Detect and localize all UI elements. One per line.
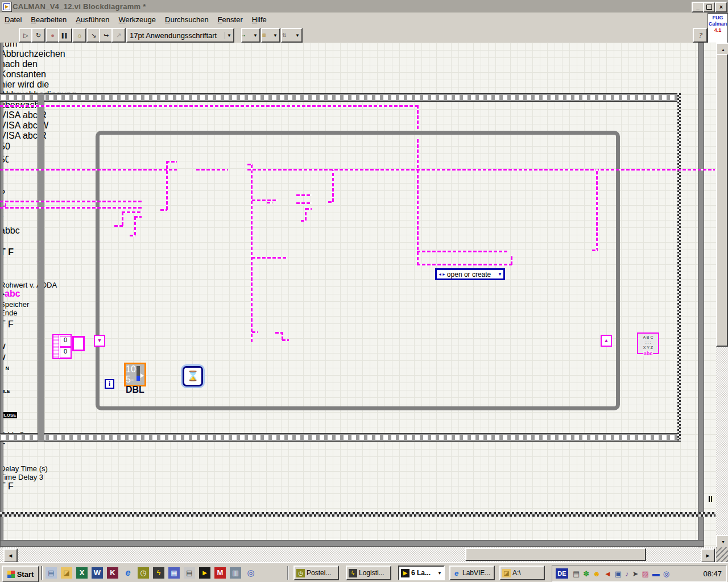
reorder-dropdown[interactable]: ⇅▼ [281,28,303,43]
close-button[interactable]: × [715,2,727,13]
tray-window-icon[interactable]: ▬ [652,569,660,578]
quicklaunch-media-player-icon[interactable]: ◎ [245,567,257,579]
scroll-down-button[interactable]: ▼ [716,535,728,548]
quicklaunch-excel-icon[interactable]: X [76,567,88,579]
scroll-left-button[interactable]: ◀ [3,548,18,563]
quicklaunch-word-icon[interactable]: W [92,567,103,579]
menu-fenster[interactable]: Fenster [213,14,247,26]
tray-icq-icon[interactable]: ✽ [583,569,589,578]
vertical-scrollbar[interactable]: ▲ ▼ [716,43,728,547]
quicklaunch-vi-icon[interactable]: ϟ [153,567,164,579]
start-button[interactable]: Start [2,566,39,582]
quicklaunch-media-play-icon[interactable]: ▶ [199,567,210,579]
menu-bearbeiten[interactable]: Bearbeiten [26,14,71,26]
wire-error [592,250,598,251]
task-button-logistik[interactable]: ϟ Logisti... [346,566,391,580]
wire-string [252,199,278,201]
restore-button[interactable] [703,2,715,13]
help-button[interactable]: ? [693,28,708,43]
step-out-button[interactable]: ↗ [111,28,126,43]
menu-hilfe[interactable]: Hilfe [247,14,271,26]
tray-printer-icon[interactable]: ▤ [573,569,580,578]
time-delay-express-vi[interactable]: ⌛ [183,366,203,386]
wire-string [296,202,312,204]
while-loop-border[interactable] [96,131,620,410]
horizontal-scrollbar[interactable]: ◀ ▶ [0,547,716,562]
title-bar[interactable]: CALMAN_V4_12.vi Blockdiagramm * _ × [0,0,728,13]
array-element-frame[interactable] [72,336,85,351]
menu-werkzeuge[interactable]: Werkzeuge [114,14,161,26]
windows-logo-icon [7,571,15,578]
wire-visa-resource [247,155,715,156]
wire-string [305,208,307,221]
quicklaunch-access-icon[interactable]: K [107,567,118,579]
window-resize-grip[interactable] [716,547,728,562]
enum-increment-icon: ◄► [438,272,446,276]
visa-write-node[interactable]: VISA abc W [0,120,716,131]
task-button-posteingang[interactable]: ◷ Postei... [293,566,339,580]
tray-volume-icon[interactable]: ◄ [604,569,611,578]
tray-pointer-icon[interactable]: ➤ [632,569,639,578]
wire-string [166,161,177,163]
outer-loop-left-edge [0,43,3,547]
tray-audio-icon[interactable]: ♪ [625,569,629,578]
task-button-floppy-a[interactable]: ◪ A:\ [499,566,545,580]
tray-picture-icon[interactable]: ▨ [642,569,648,578]
sequence-frame-right [677,93,681,440]
menu-datei[interactable]: Datei [0,14,26,26]
quicklaunch-list-window-icon[interactable]: ▤ [184,567,195,579]
tray-dialer-icon[interactable]: ◎ [663,569,669,578]
tray-network-icon[interactable]: ▣ [615,569,622,578]
wire-visa-resource [34,155,177,156]
string-array-constant[interactable]: 0 0 [52,334,72,359]
block-diagram-canvas[interactable]: ! dieser CLIST frägt biszum Abbruchzeich… [0,43,716,547]
vertical-scroll-thumb[interactable] [716,54,728,347]
horizontal-scroll-thumb[interactable] [465,548,646,561]
quicklaunch-calculator-icon[interactable]: ▦ [168,567,180,579]
distribute-objects-dropdown[interactable]: ▥▼ [261,28,280,43]
wire-error [196,169,228,171]
wire-visa-resource [0,155,15,156]
quicklaunch-show-desktop-icon[interactable]: ▤ [46,567,57,579]
vi-icon-badge[interactable]: FUG Calman 4.1 [708,13,728,44]
task-button-labview-group[interactable]: ▶ 6 La... ▼ [398,566,445,580]
tray-clock[interactable]: 08:47 [703,569,722,578]
delay-time-slider-terminal[interactable]: 10- 5- DBL [124,363,146,386]
menu-durchsuchen[interactable]: Durchsuchen [160,14,213,26]
shift-register-left[interactable]: ▼ [94,335,105,347]
minimize-button[interactable]: _ [692,2,704,13]
visa-read-node-left[interactable]: VISA abc R [0,110,716,120]
speicher-ende-label[interactable]: SpeicherEnde [0,300,30,319]
quicklaunch-winmx-icon[interactable]: M [214,567,226,579]
wire-string [251,164,253,342]
quicklaunch-folder-icon[interactable]: ◪ [61,567,72,579]
table2-indicator-terminal[interactable]: A B C: : :X Y Z abc [637,332,659,354]
highlight-execution-button[interactable]: ☼ [72,28,86,43]
quicklaunch-internet-explorer-icon[interactable]: e [122,567,134,579]
menu-ausfuehren[interactable]: Ausführen [71,14,114,26]
tray-messenger-icon[interactable]: ☻ [593,569,601,578]
wire-string [417,105,419,129]
enum-constant-open-or-create[interactable]: ◄► open or create ▼ [435,268,505,280]
quicklaunch-chart-icon[interactable]: ▥ [230,567,241,579]
wire-string [417,251,508,252]
pause-button[interactable]: ▌▌ [58,28,72,43]
comment-note-clist[interactable]: dieser CLIST frägt biszum Abbruchzeichen… [0,43,78,80]
font-selector[interactable]: 17pt Anwendungsschriftart ▼ [126,28,234,43]
taskbar-divider [41,566,43,580]
language-indicator[interactable]: DE [556,568,568,579]
loop-iteration-terminal[interactable]: i [105,379,114,389]
stop-button-terminal[interactable]: STOP T F [0,481,23,504]
run-continuous-button[interactable]: ↻ [31,28,46,43]
scroll-right-button[interactable]: ▶ [701,548,715,563]
task-button-labview-help[interactable]: e LabVIE... [449,566,495,580]
wire-string [0,201,142,202]
align-objects-dropdown[interactable]: ▫▪▼ [241,28,260,43]
delay-time-label[interactable]: Delay Time (s) [0,464,716,473]
shift-register-right[interactable]: ▲ [601,335,612,347]
time-delay-label[interactable]: Time Delay 3 [0,473,716,481]
wire-string [0,105,419,107]
wire-visa-resource [196,155,228,156]
quicklaunch-labview-clock-icon[interactable]: ◷ [138,567,149,579]
wire-string [267,202,272,203]
